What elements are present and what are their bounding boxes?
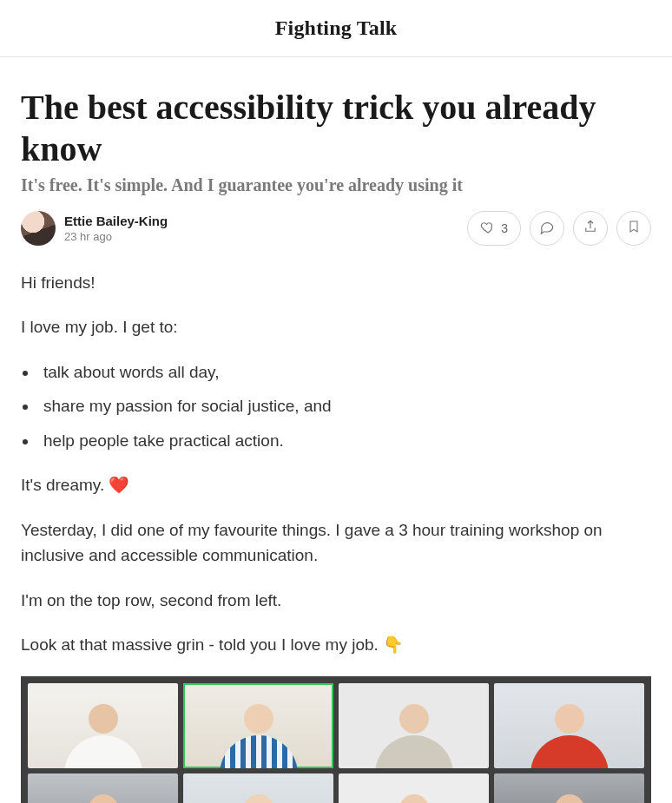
author-block[interactable]: Ettie Bailey-King 23 hr ago	[21, 211, 168, 246]
video-tile	[494, 773, 644, 803]
paragraph: Hi friends!	[21, 270, 651, 295]
video-tile	[183, 683, 333, 768]
like-count: 3	[501, 221, 508, 235]
paragraph: I'm on the top row, second from left.	[21, 588, 651, 613]
video-tile	[339, 773, 489, 803]
comment-icon	[539, 219, 555, 238]
video-call-screenshot	[21, 676, 651, 803]
author-text: Ettie Bailey-King 23 hr ago	[64, 214, 168, 243]
save-button[interactable]	[616, 211, 651, 246]
list-item: share my passion for social justice, and	[38, 393, 651, 418]
share-icon	[583, 219, 598, 238]
post-title: The best accessibility trick you already…	[21, 87, 651, 170]
video-tile	[28, 773, 178, 803]
site-header: Fighting Talk	[0, 0, 672, 57]
paragraph: Look at that massive grin - told you I l…	[21, 632, 651, 657]
bullet-list: talk about words all day, share my passi…	[38, 359, 651, 453]
video-tile	[183, 773, 333, 803]
author-name[interactable]: Ettie Bailey-King	[64, 214, 168, 228]
site-title[interactable]: Fighting Talk	[275, 16, 398, 40]
video-tile	[28, 683, 178, 768]
heart-icon	[480, 220, 496, 238]
list-item: talk about words all day,	[38, 359, 651, 385]
share-button[interactable]	[573, 211, 608, 246]
bookmark-icon	[627, 219, 641, 238]
paragraph: It's dreamy. ❤️	[21, 472, 651, 497]
post-time: 23 hr ago	[64, 230, 168, 243]
comment-button[interactable]	[530, 211, 564, 246]
post-subtitle: It's free. It's simple. And I guarantee …	[21, 175, 651, 195]
author-avatar[interactable]	[21, 211, 56, 246]
post-meta-row: Ettie Bailey-King 23 hr ago 3	[21, 211, 651, 246]
like-button[interactable]: 3	[467, 211, 521, 246]
paragraph: I love my job. I get to:	[21, 314, 651, 339]
paragraph: Yesterday, I did one of my favourite thi…	[21, 517, 651, 569]
list-item: help people take practical action.	[38, 428, 651, 453]
video-tile	[494, 683, 644, 768]
post-body: Hi friends! I love my job. I get to: tal…	[21, 270, 651, 803]
post-actions: 3	[467, 211, 651, 246]
video-tile	[339, 683, 489, 768]
article: The best accessibility trick you already…	[0, 57, 672, 803]
